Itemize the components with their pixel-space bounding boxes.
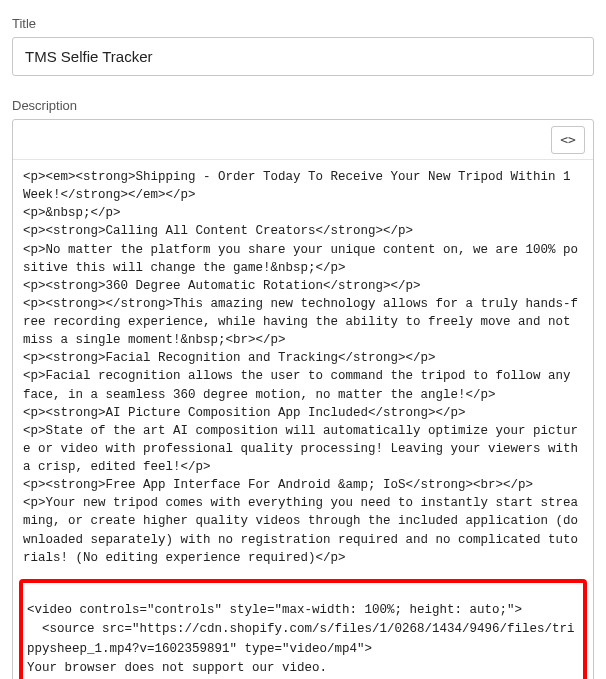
code-view-button[interactable]: <>: [551, 126, 585, 154]
editor-toolbar: <>: [13, 120, 593, 160]
highlighted-code-region: <video controls="controls" style="max-wi…: [19, 579, 587, 679]
description-code-textarea[interactable]: <p><em><strong>Shipping - Order Today To…: [13, 162, 593, 571]
description-editor: <> <p><em><strong>Shipping - Order Today…: [12, 119, 594, 679]
highlighted-code-text[interactable]: <video controls="controls" style="max-wi…: [27, 601, 579, 679]
title-label: Title: [12, 16, 594, 31]
description-label: Description: [12, 98, 594, 113]
title-input[interactable]: [12, 37, 594, 76]
